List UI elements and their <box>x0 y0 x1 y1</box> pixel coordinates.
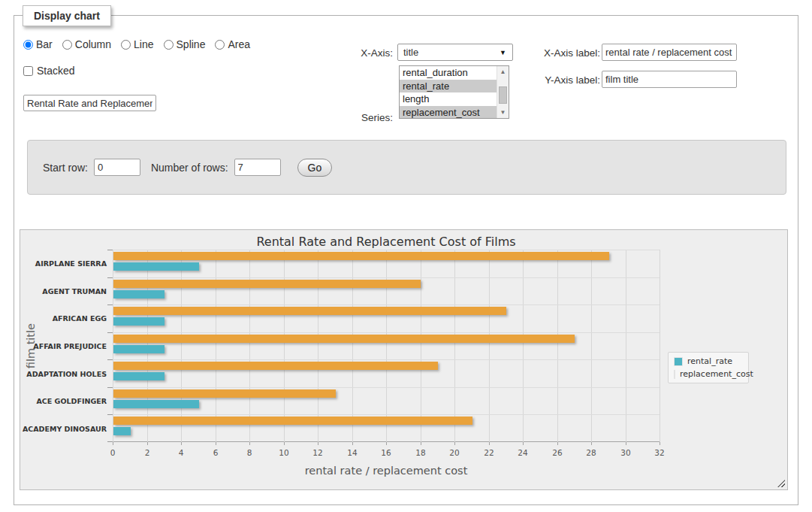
bar-rental_rate[interactable] <box>113 372 165 380</box>
x-tick-label: 30 <box>613 448 638 457</box>
x-tick-mark <box>557 442 558 445</box>
scroll-up-icon[interactable]: ▲ <box>497 68 509 75</box>
gridline <box>181 250 182 442</box>
series-option-rental-duration[interactable]: rental_duration <box>400 66 497 80</box>
chart-title-input[interactable] <box>23 95 156 111</box>
x-axis-select[interactable]: title ▼ <box>397 44 513 61</box>
x-axis-label-label: X-Axis label: <box>531 47 600 59</box>
resize-handle-icon[interactable] <box>777 480 785 487</box>
category-label: AGENT TRUMAN <box>20 287 107 296</box>
x-tick-label: 16 <box>373 448 399 457</box>
x-tick-mark <box>181 442 182 445</box>
x-tick-label: 10 <box>271 448 297 457</box>
bar-rental_rate[interactable] <box>113 290 165 298</box>
bar-rental_rate[interactable] <box>113 345 165 353</box>
go-button[interactable]: Go <box>297 159 333 177</box>
y-tick-mark <box>107 414 113 415</box>
bar-replacement_cost[interactable] <box>113 417 472 425</box>
radio-bar-label: Bar <box>36 38 53 50</box>
bar-replacement_cost[interactable] <box>113 307 506 315</box>
radio-spline-input[interactable] <box>164 40 174 50</box>
radio-column-input[interactable] <box>62 40 72 50</box>
y-tick-mark <box>107 304 113 305</box>
x-tick-label: 18 <box>408 448 433 457</box>
x-axis-label-input[interactable] <box>602 44 737 61</box>
gridline <box>421 250 421 442</box>
series-multiselect[interactable]: rental_duration rental_rate length repla… <box>399 65 509 119</box>
x-tick-label: 2 <box>134 448 160 457</box>
x-tick-label: 12 <box>305 448 331 457</box>
series-option-rental-rate[interactable]: rental_rate <box>400 80 497 93</box>
series-option-replacement-cost[interactable]: replacement_cost <box>400 106 497 120</box>
gridline <box>216 250 216 442</box>
bar-replacement_cost[interactable] <box>113 335 575 343</box>
radio-line[interactable]: Line <box>121 38 153 50</box>
x-tick-label: 24 <box>510 448 536 457</box>
num-rows-input[interactable] <box>234 159 281 176</box>
radio-line-input[interactable] <box>121 40 131 50</box>
radio-column[interactable]: Column <box>62 38 111 50</box>
x-tick-label: 26 <box>545 448 570 457</box>
x-tick-label: 6 <box>203 448 228 457</box>
gridline <box>386 250 387 442</box>
series-select-label: Series: <box>337 112 393 123</box>
x-tick-label: 20 <box>442 448 467 457</box>
x-tick-mark <box>591 442 592 445</box>
radio-area-input[interactable] <box>215 40 225 50</box>
gridline <box>113 359 660 360</box>
category-label: AFFAIR PREJUDICE <box>20 342 107 351</box>
radio-bar-input[interactable] <box>23 40 33 50</box>
num-rows-label: Number of rows: <box>151 162 228 174</box>
radio-bar[interactable]: Bar <box>23 38 53 50</box>
y-axis-label-input[interactable] <box>602 71 737 88</box>
bar-replacement_cost[interactable] <box>113 280 421 288</box>
gridline <box>318 250 318 442</box>
legend-label: replacement_cost <box>680 369 753 379</box>
x-tick-mark <box>113 442 113 445</box>
series-scrollbar[interactable]: ▲ ▼ <box>497 66 509 118</box>
stacked-checkbox-label: Stacked <box>37 65 75 77</box>
chart-title: Rental Rate and Replacement Cost of Film… <box>113 235 660 249</box>
legend-swatch-icon <box>674 357 683 366</box>
bar-rental_rate[interactable] <box>113 262 199 271</box>
plot-area <box>113 250 660 442</box>
scrollbar-thumb[interactable] <box>499 86 507 104</box>
legend-item-replacement_cost[interactable]: replacement_cost <box>674 369 743 379</box>
gridline <box>113 250 660 250</box>
radio-area[interactable]: Area <box>215 38 250 50</box>
bar-rental_rate[interactable] <box>113 400 199 408</box>
start-row-input[interactable] <box>94 159 140 176</box>
x-tick-label: 32 <box>647 448 672 457</box>
bar-replacement_cost[interactable] <box>113 252 609 260</box>
radio-line-label: Line <box>134 38 153 50</box>
bar-replacement_cost[interactable] <box>113 362 438 370</box>
bar-replacement_cost[interactable] <box>113 389 336 398</box>
chart-type-radio-group: Bar Column Line Spline Area <box>23 38 250 50</box>
x-tick-mark <box>249 442 250 445</box>
chart-legend: rental_ratereplacement_cost <box>668 352 749 383</box>
x-tick-labels: 02468101214161820222426283032 <box>113 448 660 459</box>
y-tick-mark <box>107 277 113 278</box>
gridline <box>249 250 250 442</box>
row-range-panel: Start row: Number of rows: Go <box>27 140 786 195</box>
stacked-checkbox-input[interactable] <box>23 66 33 76</box>
category-label: AIRPLANE SIERRA <box>20 259 107 268</box>
bar-rental_rate[interactable] <box>113 427 131 435</box>
category-label: ACADEMY DINOSAUR <box>20 425 107 434</box>
x-tick-label: 4 <box>168 448 194 457</box>
legend-swatch-icon <box>674 370 675 379</box>
x-tick-mark <box>318 442 318 445</box>
y-axis-label-label: Y-Axis label: <box>531 74 600 86</box>
series-options: rental_duration rental_rate length repla… <box>400 66 497 118</box>
y-tick-mark <box>107 250 113 250</box>
gridline <box>113 332 660 333</box>
legend-item-rental_rate[interactable]: rental_rate <box>674 356 743 366</box>
category-label: AFRICAN EGG <box>20 314 107 323</box>
category-axis-labels: AIRPLANE SIERRAAGENT TRUMANAFRICAN EGGAF… <box>20 250 107 442</box>
x-tick-mark <box>352 442 353 445</box>
radio-spline[interactable]: Spline <box>164 38 206 50</box>
scroll-down-icon[interactable]: ▼ <box>497 109 509 116</box>
gridline <box>489 250 490 442</box>
bar-rental_rate[interactable] <box>113 317 165 326</box>
series-option-length[interactable]: length <box>400 92 497 106</box>
